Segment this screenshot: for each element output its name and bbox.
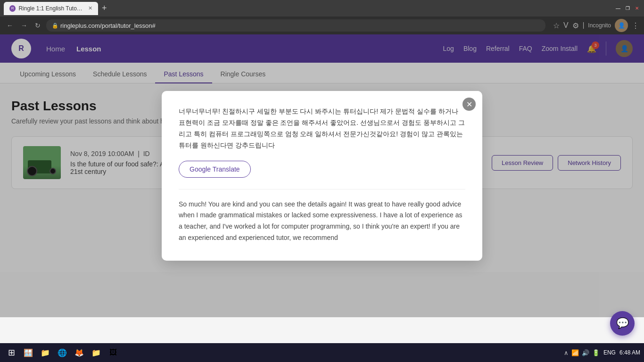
tab-close-btn[interactable]: ✕ [88,5,92,11]
minimize-btn[interactable]: — [615,5,621,12]
taskbar-icon-3[interactable]: 🦊 [72,345,87,360]
taskbar-icon-4[interactable]: 📁 [89,345,104,360]
browser-chrome: R Ringle 1:1 English Tutoring ✕ + — ❐ ✕ [0,0,644,16]
sys-arrow-icon[interactable]: ∧ [564,349,569,356]
sys-icons: ∧ 📶 🔊 🔋 [564,349,600,356]
modal: ✕ 너무너무너무! 친절하시구 세밀한 부분도 다시 봐주시는 튜터십니다! 제… [162,91,482,260]
taskbar-icon-5[interactable]: 🖼 [106,345,121,360]
modal-divider [179,189,465,189]
tab-title: Ringle 1:1 English Tutoring [18,5,83,12]
network-icon[interactable]: 📶 [571,349,579,356]
browser-toolbar: ☆ V ⚙ | Incognito [553,21,611,30]
taskbar-icon-2[interactable]: 🌐 [55,345,70,360]
modal-english-text: So much! You are kind and you can see th… [179,199,465,244]
tab-favicon: R [9,5,16,12]
close-btn[interactable]: ✕ [634,5,640,12]
tab-bar: R Ringle 1:1 English Tutoring ✕ + [4,2,107,15]
incognito-label: Incognito [588,21,611,30]
taskbar-icon-1[interactable]: 📁 [38,345,53,360]
forward-btn[interactable]: → [19,21,29,30]
modal-overlay: ✕ 너무너무너무! 친절하시구 세밀한 부분도 다시 봐주시는 튜터십니다! 제… [0,34,644,317]
taskbar-clock: 6:48 AM [619,349,640,356]
bookmark-icon[interactable]: ☆ [553,21,560,30]
start-btn[interactable]: ⊞ [4,345,19,360]
new-tab-btn[interactable]: + [102,3,107,13]
url-text: ringleplus.com/portal/tutor_lesson# [60,22,156,29]
window-controls: — ❐ ✕ [615,5,640,12]
taskbar-icons: 🪟 📁 🌐 🦊 📁 🖼 [21,345,121,360]
taskbar-right: ∧ 📶 🔊 🔋 ENG 6:48 AM [564,349,640,356]
back-btn[interactable]: ← [5,21,15,30]
modal-close-btn[interactable]: ✕ [462,98,476,111]
separator: | [583,21,585,30]
active-tab[interactable]: R Ringle 1:1 English Tutoring ✕ [4,2,98,15]
battery-icon[interactable]: 🔋 [592,349,600,356]
reload-btn[interactable]: ↻ [33,21,42,30]
taskbar: ⊞ 🪟 📁 🌐 🦊 📁 🖼 ∧ 📶 🔊 🔋 ENG 6:48 AM [0,343,644,362]
extensions-icon[interactable]: ⚙ [572,21,579,30]
lock-icon: 🔒 [52,23,58,29]
menu-btn[interactable]: ⋮ [632,21,639,30]
url-bar[interactable]: 🔒 ringleplus.com/portal/tutor_lesson# [46,19,545,32]
taskbar-lang: ENG [603,349,616,356]
chat-fab[interactable]: 💬 [610,311,635,336]
google-translate-btn[interactable]: Google Translate [179,161,251,178]
chat-icon: 💬 [616,317,629,329]
modal-korean-text: 너무너무너무! 친절하시구 세밀한 부분도 다시 봐주시는 튜터십니다! 제가 … [179,106,465,151]
volume-icon[interactable]: 🔊 [582,349,589,356]
taskbar-icon-0[interactable]: 🪟 [21,345,36,360]
address-bar: ← → ↻ 🔒 ringleplus.com/portal/tutor_less… [0,16,644,34]
restore-btn[interactable]: ❐ [624,5,631,12]
vivaldi-icon[interactable]: V [563,21,569,30]
profile-avatar[interactable]: 👤 [615,19,628,32]
